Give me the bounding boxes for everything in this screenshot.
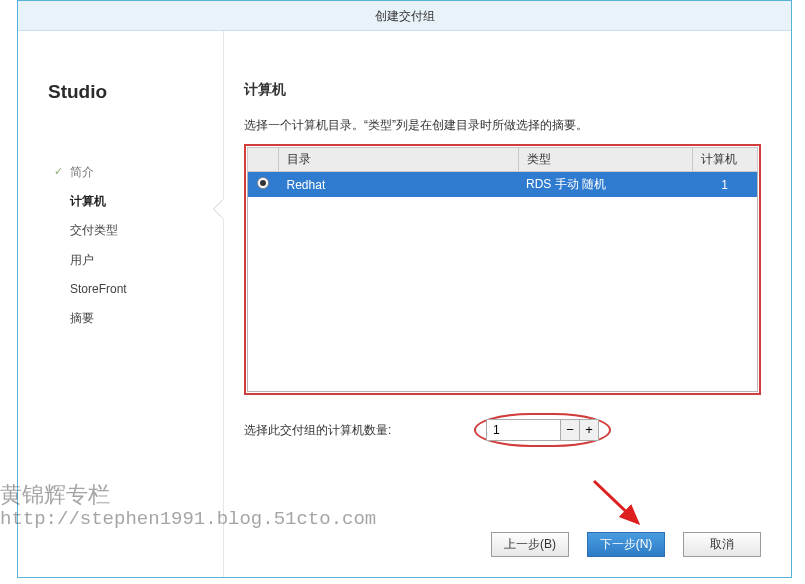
nav-step-label: 交付类型	[70, 223, 118, 237]
table-row[interactable]: Redhat RDS 手动 随机 1	[248, 172, 758, 198]
quantity-label: 选择此交付组的计算机数量:	[244, 422, 424, 439]
row-count: 1	[692, 172, 757, 198]
table-empty-area	[247, 197, 758, 392]
nav-step-label: 摘要	[70, 311, 94, 325]
nav-step-storefront[interactable]: StoreFront	[48, 275, 223, 304]
nav-step-label: 用户	[70, 253, 94, 267]
col-header-count: 计算机	[692, 148, 757, 172]
window-title: 创建交付组	[375, 9, 435, 23]
quantity-stepper-highlight: − +	[474, 413, 611, 447]
nav-step-intro[interactable]: 简介	[48, 158, 223, 187]
nav-step-users[interactable]: 用户	[48, 246, 223, 275]
row-type: RDS 手动 随机	[518, 172, 692, 198]
nav-step-machines[interactable]: 计算机	[48, 187, 223, 216]
wizard-footer: 上一步(B) 下一步(N) 取消	[244, 512, 761, 557]
quantity-decrement-button[interactable]: −	[560, 419, 580, 441]
radio-selected-icon	[257, 177, 269, 189]
instruction-text: 选择一个计算机目录。“类型”列是在创建目录时所做选择的摘要。	[244, 117, 761, 134]
quantity-input[interactable]	[486, 419, 561, 441]
col-header-directory: 目录	[279, 148, 518, 172]
row-directory: Redhat	[279, 172, 518, 198]
brand-label: Studio	[48, 81, 223, 103]
catalog-table: 目录 类型 计算机 Redhat RDS 手动 随机 1	[247, 147, 758, 198]
window-titlebar: 创建交付组	[18, 1, 791, 31]
wizard-sidebar: Studio 简介 计算机 交付类型 用户 StoreFront 摘要	[18, 31, 223, 577]
quantity-increment-button[interactable]: +	[579, 419, 599, 441]
nav-step-delivery-type[interactable]: 交付类型	[48, 216, 223, 245]
row-radio-cell[interactable]	[248, 172, 279, 198]
cancel-button[interactable]: 取消	[683, 532, 761, 557]
nav-step-summary[interactable]: 摘要	[48, 304, 223, 333]
nav-step-label: StoreFront	[70, 282, 127, 296]
wizard-main-panel: 计算机 选择一个计算机目录。“类型”列是在创建目录时所做选择的摘要。 目录 类型…	[223, 31, 791, 577]
nav-step-label: 简介	[70, 165, 94, 179]
dialog-content: Studio 简介 计算机 交付类型 用户 StoreFront 摘要 计算机	[18, 31, 791, 577]
quantity-row: 选择此交付组的计算机数量: − +	[244, 413, 761, 447]
col-header-type: 类型	[518, 148, 692, 172]
dialog-window: 创建交付组 Studio 简介 计算机 交付类型 用户 StoreFront 摘…	[17, 0, 792, 578]
nav-step-label: 计算机	[70, 194, 106, 208]
back-button[interactable]: 上一步(B)	[491, 532, 569, 557]
col-header-select	[248, 148, 279, 172]
catalog-table-highlight: 目录 类型 计算机 Redhat RDS 手动 随机 1	[244, 144, 761, 395]
next-button[interactable]: 下一步(N)	[587, 532, 665, 557]
page-title: 计算机	[244, 81, 761, 99]
current-step-pointer-icon	[214, 199, 224, 219]
